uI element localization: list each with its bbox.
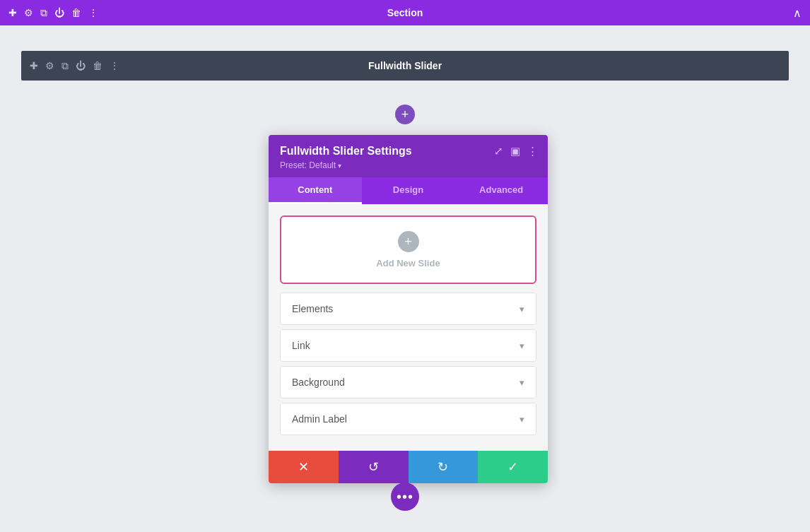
cancel-button[interactable]: ✕ xyxy=(269,451,339,483)
preset-dropdown-arrow: ▾ xyxy=(338,162,341,170)
accordion-admin-label-header[interactable]: Admin Label ▾ xyxy=(281,403,536,435)
reset-button[interactable]: ↺ xyxy=(339,451,409,483)
accordion-link: Link ▾ xyxy=(280,329,536,362)
accordion-admin-label: Admin Label ▾ xyxy=(280,403,536,435)
accordion-link-label: Link xyxy=(292,340,310,351)
section-bar-left-icons: ✚ ⚙ ⧉ ⏻ 🗑 ⋮ xyxy=(8,7,98,19)
section-copy-icon[interactable]: ⧉ xyxy=(40,7,47,19)
slider-more-icon[interactable]: ⋮ xyxy=(110,60,119,71)
add-new-slide-button[interactable]: + Add New Slide xyxy=(280,215,536,284)
accordion-elements-chevron: ▾ xyxy=(520,304,524,314)
redo-button[interactable]: ↻ xyxy=(409,451,479,483)
accordion-background-chevron: ▾ xyxy=(520,377,524,388)
section-trash-icon[interactable]: 🗑 xyxy=(71,7,81,18)
section-bar: ✚ ⚙ ⧉ ⏻ 🗑 ⋮ Section ∧ xyxy=(0,0,810,25)
tab-design[interactable]: Design xyxy=(362,177,455,204)
main-area: ✚ ⚙ ⧉ ⏻ 🗑 ⋮ Fullwidth Slider + Fullwidth… xyxy=(0,25,810,532)
panel-footer: ✕ ↺ ↻ ✓ xyxy=(269,451,548,483)
accordion-elements-header[interactable]: Elements ▾ xyxy=(281,293,536,324)
accordion-elements: Elements ▾ xyxy=(280,292,536,325)
section-settings-icon[interactable]: ⚙ xyxy=(24,7,33,18)
add-slide-plus-icon: + xyxy=(398,231,419,252)
panel-tabs: Content Design Advanced xyxy=(269,177,548,204)
accordion-background-label: Background xyxy=(292,377,345,388)
panel-header: Fullwidth Slider Settings Preset: Defaul… xyxy=(269,135,548,177)
tab-content[interactable]: Content xyxy=(269,177,362,204)
slider-bar-left-icons: ✚ ⚙ ⧉ ⏻ 🗑 ⋮ xyxy=(30,60,119,72)
settings-panel: Fullwidth Slider Settings Preset: Defaul… xyxy=(269,135,548,483)
accordion-background: Background ▾ xyxy=(280,366,536,398)
panel-split-icon[interactable]: ▣ xyxy=(510,145,520,158)
accordion-admin-label-label: Admin Label xyxy=(292,413,347,425)
panel-more-icon[interactable]: ⋮ xyxy=(527,145,538,158)
accordion-admin-label-chevron: ▾ xyxy=(520,414,524,425)
accordion-link-chevron: ▾ xyxy=(520,341,524,351)
section-collapse-icon[interactable]: ∧ xyxy=(793,7,802,19)
slider-copy-icon[interactable]: ⧉ xyxy=(61,60,69,72)
accordion-elements-label: Elements xyxy=(292,303,333,314)
slider-power-icon[interactable]: ⏻ xyxy=(76,60,86,71)
slider-add-icon[interactable]: ✚ xyxy=(30,60,38,71)
save-button[interactable]: ✓ xyxy=(478,451,548,483)
slider-settings-icon[interactable]: ⚙ xyxy=(45,60,54,71)
slider-bar: ✚ ⚙ ⧉ ⏻ 🗑 ⋮ Fullwidth Slider xyxy=(21,51,789,81)
add-slide-label: Add New Slide xyxy=(376,258,440,268)
section-power-icon[interactable]: ⏻ xyxy=(54,7,64,18)
slider-title: Fullwidth Slider xyxy=(368,60,442,71)
add-element-button[interactable]: + xyxy=(395,105,415,124)
accordion-background-header[interactable]: Background ▾ xyxy=(281,367,536,398)
bottom-dots-button[interactable]: ••• xyxy=(391,483,419,511)
panel-header-icons: ⤢ ▣ ⋮ xyxy=(494,145,538,158)
panel-expand-icon[interactable]: ⤢ xyxy=(494,145,503,158)
preset-label: Preset: Default xyxy=(280,160,336,170)
panel-body: + Add New Slide Elements ▾ Link ▾ xyxy=(269,204,548,451)
tab-advanced[interactable]: Advanced xyxy=(454,177,548,204)
section-add-icon[interactable]: ✚ xyxy=(8,7,17,18)
section-bar-right: ∧ xyxy=(793,6,802,20)
panel-preset[interactable]: Preset: Default ▾ xyxy=(280,160,536,170)
accordion-link-header[interactable]: Link ▾ xyxy=(281,330,536,361)
section-more-icon[interactable]: ⋮ xyxy=(88,7,98,18)
section-title: Section xyxy=(387,7,423,18)
slider-trash-icon[interactable]: 🗑 xyxy=(93,60,102,71)
